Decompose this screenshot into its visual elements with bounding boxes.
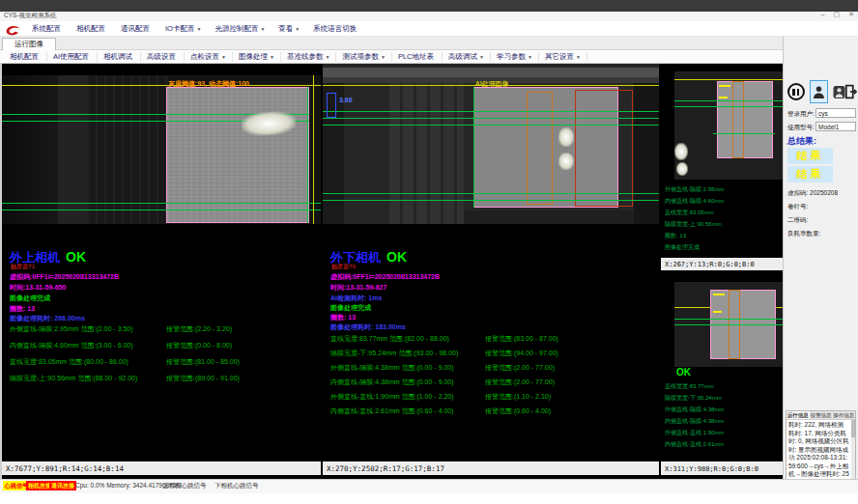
chevron-down-icon: ▼	[528, 54, 532, 60]
chevron-down-icon: ▼	[295, 26, 300, 32]
chevron-down-icon: ▼	[196, 26, 201, 32]
mini-result-line: 圈数: 13	[665, 230, 724, 241]
machine-background	[309, 75, 321, 224]
log-tab-run[interactable]: 运行信息	[786, 411, 810, 419]
mini-result-line: 外侧直线-隔膜:4.38mm	[665, 404, 724, 415]
measure-line-overlay	[674, 100, 783, 101]
mini-result-line: 内侧直线-隔膜:4.38mm	[665, 415, 724, 427]
machine-background	[464, 210, 634, 224]
time-line: 时间:13-31-59-627	[330, 283, 386, 293]
tiny-label-mark	[713, 311, 722, 313]
chevron-down-icon: ▼	[381, 54, 386, 60]
user-button[interactable]	[810, 80, 828, 103]
measurement-row: 隔膜宽度-上:90.56mm 范围:(88.00 - 92.00) 报警范围:(…	[10, 374, 240, 383]
result-box-lower: 结果	[787, 166, 833, 182]
toolbar-item[interactable]: 高级设置	[141, 52, 185, 62]
measure-line-overlay	[2, 210, 321, 210]
menu-item[interactable]: 系统配置	[25, 24, 70, 34]
toolbar-item[interactable]: 图像处理▼	[233, 52, 281, 62]
toolbar-item[interactable]: 基准线参数▼	[281, 52, 336, 62]
toolbar-item[interactable]: 测试项参数▼	[336, 52, 391, 62]
toolbar-item[interactable]: 学习参数▼	[491, 52, 539, 62]
log-tab-operation[interactable]: 操作信息	[832, 411, 855, 419]
done-line: 图像处理完成	[330, 303, 371, 313]
login-user-label: 登录用户:	[787, 110, 815, 119]
virtual-code-label: 虚拟码: 20250208	[787, 189, 838, 198]
title-bar	[0, 12, 858, 21]
machine-background	[58, 75, 87, 224]
mini-result-line: 内侧直线-直线:2.61mm	[665, 438, 724, 450]
app-logo-icon	[4, 23, 21, 35]
small-bottom-camera-image[interactable]	[674, 282, 783, 367]
menu-item[interactable]: 查看▼	[272, 24, 306, 34]
app-window: CYS-视觉检测系统 – ▢ ✕ 系统配置 相机配置 通讯配置 IO卡配置▼ 光…	[0, 0, 858, 504]
small-top-result-lines: 外侧直线-隔膜:2.95mm内侧直线-隔膜:4.60mm直线宽度:83.05mm…	[665, 183, 724, 253]
toolbar-item[interactable]: 高级调试▼	[443, 52, 491, 62]
toolbar-item[interactable]: PLC地址表	[392, 52, 443, 62]
measure-line-overlay	[323, 193, 659, 194]
chevron-down-icon: ▼	[260, 26, 265, 32]
menu-item[interactable]: 相机配置	[70, 24, 114, 34]
lower-camera-heartbeat-text: 下相机心跳信号	[214, 482, 259, 490]
toolbar-item[interactable]: 相机调试	[98, 52, 141, 62]
measurement-row: 内侧直线-隔膜:4.60mm 范围:(3.00 - 6.00) 报警范围:(0.…	[10, 341, 232, 350]
menu-item[interactable]: 光源控制配置▼	[208, 24, 272, 34]
log-scrollbar-thumb[interactable]	[851, 420, 855, 437]
left-camera-image[interactable]: 灰度阈值:93, 动态阈值:100	[2, 75, 321, 224]
login-user-field[interactable]: cys	[815, 108, 856, 118]
user-icon	[813, 85, 825, 99]
sidebar: 登录用户: cys 使用型号: Model1 总结果: 结果 结果 虚拟码: 2…	[783, 37, 858, 479]
log-panel: 运行信息 报警信息 操作信息 耗时: 222, 网络检测耗时: 17, 网络分类…	[786, 410, 856, 480]
maximize-icon[interactable]: ▢	[834, 11, 841, 18]
measurement-row: 内侧直线-直线:2.61mm 范围:(0.60 - 4.00) 报警范围:(0.…	[330, 406, 551, 416]
reflective-tab	[558, 127, 574, 147]
measure-line-overlay	[713, 133, 775, 134]
electrode-tab	[241, 110, 297, 137]
menu-item[interactable]: 通讯配置	[114, 24, 158, 34]
measurement-row: 外侧直线-直线:1.90mm 范围:(1.00 - 2.20) 报警范围:(1.…	[330, 392, 551, 402]
mini-result-line: 直线宽度:83.77mm	[665, 380, 724, 392]
exit-icon	[844, 84, 858, 99]
yield-label: 良耗率数量:	[787, 230, 820, 238]
tiny-label-mark	[719, 85, 730, 87]
mini-status-ok: OK	[676, 367, 691, 378]
toolbar-item[interactable]: AI使用配置	[47, 52, 98, 62]
reflective-tab	[674, 143, 688, 160]
exit-button[interactable]	[844, 80, 858, 103]
small-bottom-coord-bar: X:311;Y:980;R:0;G:0;B:0	[661, 462, 783, 475]
tiny-label-mark	[713, 294, 725, 295]
pause-button[interactable]	[786, 80, 805, 103]
minimize-icon[interactable]: –	[821, 11, 825, 18]
needle-label: 卷针号:	[787, 203, 808, 211]
tiny-label-mark	[719, 97, 728, 98]
measure-line-overlay	[323, 200, 659, 201]
middle-camera-image[interactable]: 3.66 AI处理图像	[323, 64, 659, 224]
chevron-down-icon: ▼	[270, 54, 274, 60]
status-ok: OK	[66, 249, 86, 265]
menu-item[interactable]: IO卡配置▼	[158, 24, 208, 34]
close-icon[interactable]: ✕	[848, 11, 854, 18]
toolbar-item[interactable]: 点检设置▼	[185, 52, 233, 62]
upper-camera-heartbeat-text: 上相机心跳信号	[162, 482, 207, 490]
measurement-row: 内侧直线-隔膜:4.38mm 范围:(0.00 - 9.00) 报警范围:(2.…	[330, 378, 555, 387]
tab-run-image[interactable]: 运行图像	[2, 38, 56, 50]
toolbar-item[interactable]: 其它设置▼	[539, 52, 587, 62]
chevron-down-icon: ▼	[326, 54, 330, 60]
ai-detect-box	[575, 90, 633, 207]
toolbar-item[interactable]: 相机配置	[4, 52, 47, 62]
result-box-upper: 结果	[787, 148, 833, 164]
log-tab-alarm[interactable]: 报警信息	[810, 411, 833, 419]
measure-line-overlay	[674, 106, 783, 107]
status-ok: OK	[386, 249, 407, 265]
window-controls: – ▢ ✕	[821, 11, 854, 18]
membrane-region-overlay	[717, 81, 773, 158]
mini-result-line: 外侧直线-直线:1.90mm	[665, 427, 724, 438]
measure-line-overlay	[323, 125, 659, 126]
measure-line-overlay	[674, 319, 783, 320]
menu-item[interactable]: 系统语言切换	[306, 24, 365, 34]
model-field[interactable]: Model1	[815, 122, 856, 131]
small-top-camera-image[interactable]	[674, 71, 783, 180]
trigger-label: 触发器T1	[11, 263, 35, 271]
measure-line-overlay	[674, 324, 783, 325]
time-line: 时间:13-31-59-650	[10, 283, 66, 293]
